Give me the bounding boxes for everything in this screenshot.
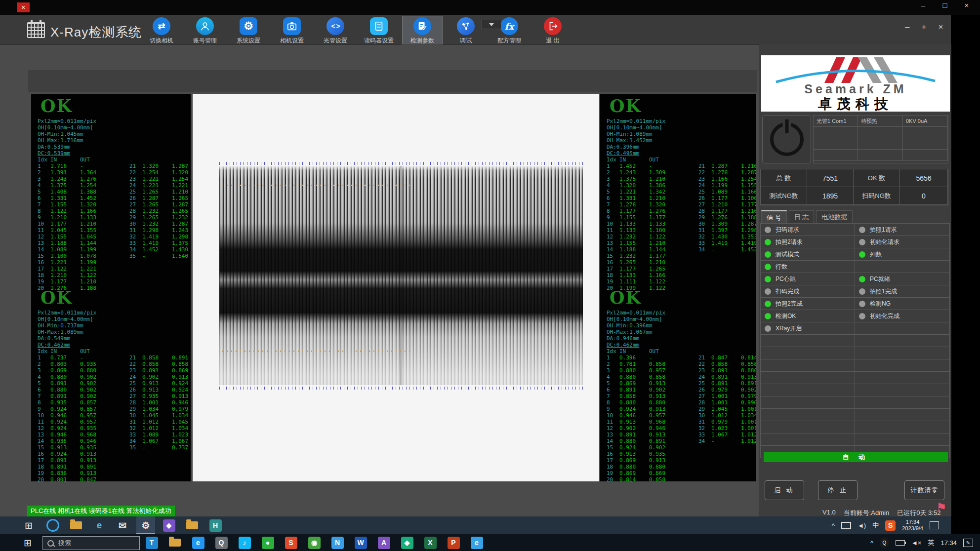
xray-power-button[interactable] [762,115,811,163]
measurement-row: 180.8800.880 [607,464,679,470]
qq-icon[interactable]: Q [880,537,889,548]
taskbar-app-app-purple[interactable]: ◆ [160,516,178,534]
taskbar-app-folder-orange[interactable] [183,516,202,534]
tab-signal[interactable]: 信 号 [761,210,787,224]
clock-remote[interactable]: 17:34 2023/9/4 [902,519,923,532]
toolbar-button-camera-settings[interactable]: 相机设置 [272,16,312,44]
measurement-row: 35-0.737 [129,444,191,451]
toolbar-button-exit[interactable]: 退 出 [533,16,572,44]
measurement-panel-right: OK Pxl2mm=0.011mm/pixOH[0.10mm~4.00mm]OH… [600,94,756,481]
taskbar-app-tim[interactable]: T [142,534,161,551]
start-button[interactable]: 启 动 [765,480,804,500]
toolbar-button-debug[interactable]: 调试 [446,16,486,44]
maximize-button[interactable]: □ [939,1,950,9]
measurement-panel-left: OK Pxl2mm=0.011mm/pixOH[0.10mm~4.00mm]OH… [31,94,191,481]
close-button[interactable]: × [961,1,972,9]
signal-拍照1请求: 拍照1请求 [855,224,949,236]
measurement-row: 211.3201.287 [129,163,191,169]
taskbar-app-word[interactable]: W [351,534,370,551]
taskbar-app-sogou-input[interactable]: S [282,534,300,551]
measurement-row: 91.1551.177 [607,214,679,221]
measure-info-line: Pxl2mm=0.011mm/pix [607,310,755,316]
taskbar-app-powerpoint[interactable]: P [444,534,463,551]
measurement-row: 261.2871.265 [129,195,191,201]
start-button-host[interactable]: ⊞ [18,534,38,551]
action-center-icon[interactable] [930,521,939,529]
toolbar-button-inspect-params[interactable]: 检测参数 [403,16,442,44]
taskbar-app-file-explorer[interactable] [165,534,184,551]
sogou-input-icon[interactable]: S [885,520,896,531]
ime-mode-english[interactable]: 英 [928,538,934,547]
measurement-row: 120.9020.946 [607,425,679,432]
measurement-quadrant: OK Pxl2mm=0.011mm/pixOH[0.10mm~4.00mm]OH… [607,97,755,292]
taskbar-app-file-explorer[interactable] [67,516,85,534]
taskbar-app-app-violet[interactable]: A [374,534,393,551]
taskbar-app-excel[interactable]: X [421,534,440,551]
toolbar-button-system-settings[interactable]: ⚙ 系统设置 [229,16,268,44]
gear-icon: ⚙ [240,17,257,35]
start-button-remote[interactable]: ⊞ [19,516,39,534]
app-close-button[interactable]: × [938,22,943,32]
signal-测试模式: 测试模式 [761,248,855,260]
taskbar-app-edge-browser[interactable]: e [189,534,207,551]
tube-kv-ua: 0KV 0uA [903,116,948,127]
led-off-icon [859,288,865,295]
signal-拍照2请求: 拍照2请求 [761,236,855,248]
network-icon[interactable] [841,522,851,529]
counter-reset-button[interactable]: 计数清零 [904,480,944,500]
taskbar-app-camera-app[interactable]: ◉ [305,534,324,551]
device-status-bar: PLC在线 相机1在线 读码器1在线 算法初始化成功 [27,506,175,516]
search-input[interactable]: 搜索 [42,536,140,550]
toolbar-button-tube-settings[interactable]: < > 光管设置 [316,16,355,44]
tray-expand-icon[interactable]: ^ [832,522,835,529]
fx-icon: fx [500,17,518,35]
stat-value-scan-ng: 0 [900,187,948,205]
app-minimize-button[interactable]: – [905,22,909,32]
taskbar-app-wechat-work[interactable]: ◆ [398,534,416,551]
taskbar-app-edge[interactable]: e [90,516,109,534]
folder-orange-icon [186,521,198,529]
measurement-row: 321.0121.034 [129,425,191,432]
signal-row: 检测OK初始化完成 [761,310,949,322]
ime-mode-chinese[interactable]: 中 [872,521,879,530]
app-maximize-button[interactable]: + [921,22,926,32]
measurement-row: 41.3751.254 [38,182,110,189]
toolbar-dropdown-chevron[interactable] [482,20,501,29]
signal-label: XRay开启 [776,324,802,333]
toolbar-button-account[interactable]: 账号管理 [185,16,225,44]
tab-log[interactable]: 日 志 [789,210,815,224]
taskbar-app-app-teal[interactable]: H [206,516,225,534]
taskbar-app-wechat[interactable]: ● [258,534,277,551]
measurement-row: 91.2101.133 [38,214,110,221]
taskbar-app-settings[interactable]: ⚙ [136,516,155,534]
led-on-icon [765,276,771,282]
measure-info-line: Pxl2mm=0.011mm/pix [607,118,755,124]
signal-cell-empty [855,384,949,396]
measurement-row: 110.9130.968 [607,419,679,425]
touch-keyboard-icon[interactable]: ✎ [963,539,973,547]
volume-muted-icon[interactable]: ◄× [911,539,921,547]
signal-扫码完成: 扫码完成 [761,285,855,297]
minimize-button[interactable]: – [918,1,929,9]
remote-session-close-button[interactable]: × [17,2,30,12]
taskbar-app-notepad[interactable]: N [328,534,347,551]
taskbar-app-cortana[interactable] [43,516,62,534]
edge-icon: e [97,520,102,531]
signal-cell-empty [761,421,855,433]
measurement-row: 121.2321.122 [607,234,679,240]
taskbar-app-ie[interactable]: e [467,534,486,551]
tab-battery-data[interactable]: 电池数据 [816,210,853,224]
toolbar-button-reader-settings[interactable]: 读码器设置 [359,16,399,44]
taskbar-app-mail[interactable]: ✉ [113,516,132,534]
clock-host[interactable]: 17:34 [940,539,957,547]
volume-icon[interactable]: ◄) [858,522,866,529]
taskbar-app-qq-music[interactable]: ♪ [235,534,254,551]
toolbar-button-switch-camera[interactable]: ⇄ 切换相机 [142,16,181,44]
measurement-row: 200.8140.858 [607,476,679,481]
file-explorer-icon [70,521,82,529]
battery-icon[interactable] [896,540,905,546]
taskbar-app-search-tool[interactable]: Q [212,534,231,551]
stop-button[interactable]: 停 止 [818,480,858,500]
led-on-icon [765,251,771,258]
tray-expand-icon[interactable]: ^ [870,539,873,547]
